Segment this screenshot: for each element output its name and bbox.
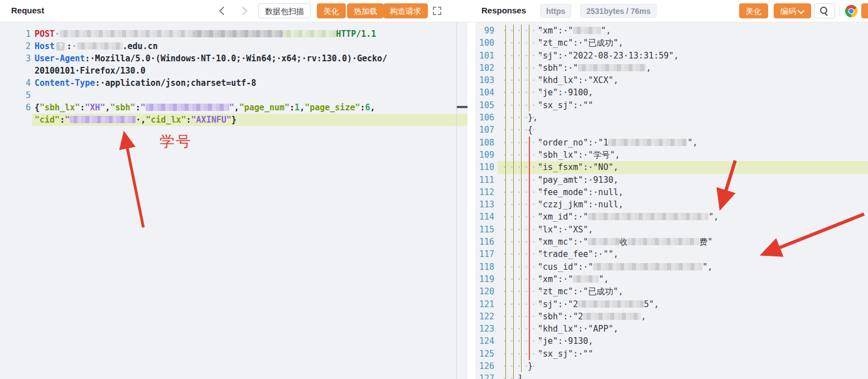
line-number: 110 — [475, 161, 494, 173]
code-line: 101·······"sj":·"2022-08-23·13:31:59", — [475, 50, 868, 62]
code-token: "page_num" — [239, 103, 290, 113]
indent-whitespace-dots: ······· — [502, 62, 538, 74]
code-token: .edu.cn — [123, 41, 158, 51]
indent-whitespace-dots: ······· — [502, 236, 538, 248]
chevron-down-icon — [798, 7, 805, 14]
protocol-tag: https — [540, 4, 571, 18]
request-editor[interactable]: 1POST·HTTP/1.12Host?:·.edu.cn3User-Agent… — [0, 22, 467, 379]
code-token: :·application/json;charset=utf-8 — [95, 78, 256, 88]
code-line: 109·······"sbh_lx":·"学号", — [475, 149, 868, 161]
response-beautify-button[interactable]: 美化 — [739, 3, 768, 18]
open-in-browser-chrome-icon[interactable] — [845, 4, 858, 18]
line-content: ·······"trade_fee":·"", — [502, 248, 619, 260]
line-number: 103 — [475, 74, 494, 86]
line-number: 125 — [475, 348, 494, 360]
code-line: "cid":"·,"cid_lx":"AXINFU"} — [0, 114, 467, 126]
redacted-blur — [573, 27, 601, 34]
line-content: ·······"xm_id":·"", — [502, 211, 718, 223]
indent-whitespace-dots: ······· — [502, 298, 538, 310]
code-line: 3User-Agent:·Mozilla/5.0·(Windows·NT·10.… — [0, 52, 467, 65]
line-content: ·······"xm":·"", — [502, 273, 609, 285]
redacted-blur — [583, 313, 641, 320]
line-number: 1 — [0, 28, 31, 40]
search-button[interactable] — [814, 3, 835, 18]
hot-reload-button[interactable]: 热加载 — [347, 3, 384, 18]
line-number: 121 — [475, 298, 494, 310]
line-number: 104 — [475, 86, 494, 99]
indent-whitespace-dots: ······· — [502, 248, 538, 260]
line-content: {"sbh_lx":"XH","sbh":"","page_num":1,"pa… — [35, 101, 375, 114]
detail-button[interactable]: 详 — [861, 3, 868, 18]
line-content: ·······"sx_sj":·"" — [502, 348, 593, 360]
indent-whitespace-dots: ······· — [502, 161, 538, 173]
code-token: " — [229, 103, 234, 113]
redacted-blur — [578, 300, 644, 308]
code-token: } — [528, 361, 533, 371]
request-overview-ruler[interactable] — [456, 22, 468, 379]
history-back-icon[interactable] — [219, 7, 228, 16]
code-token: : — [80, 103, 85, 113]
indent-whitespace-dots: ······· — [502, 348, 538, 360]
history-forward-icon[interactable] — [239, 7, 248, 16]
line-content: ·······"order_no":·"1", — [502, 137, 698, 149]
request-code-lines: 1POST·HTTP/1.12Host?:·.edu.cn3User-Agent… — [0, 22, 467, 126]
line-content: ·······"sx_sj":·"" — [502, 99, 593, 111]
code-token: "je":·9100, — [538, 88, 593, 98]
redacted-blur — [60, 30, 194, 37]
code-token: { — [35, 103, 40, 113]
indent-whitespace-dots: ······· — [502, 335, 538, 347]
line-content: User-Agent:·Mozilla/5.0·(Windows·NT·10.0… — [35, 52, 387, 65]
build-request-button[interactable]: 构造请求 — [383, 3, 428, 18]
request-beautify-button[interactable]: 美化 — [317, 3, 346, 18]
code-token: "sbh":·" — [538, 63, 578, 73]
indent-whitespace-dots: ······· — [502, 37, 538, 49]
code-line: 100·······"zt_mc":·"已成功", — [475, 37, 868, 49]
host-help-badge[interactable]: ? — [56, 42, 65, 51]
indent-whitespace-dots: ······· — [502, 273, 538, 285]
code-line: 118·······"cus_id":·"", — [475, 261, 868, 273]
code-token: "zt_mc":·"已成功", — [538, 38, 623, 48]
indent-whitespace-dots: ······· — [502, 285, 538, 298]
line-content: ·······"cus_id":·"", — [502, 261, 712, 273]
code-token: "fee_mode":·null, — [538, 187, 624, 197]
code-token: :·Mozilla/5.0·(Windows·NT·10.0;·Win64;·x… — [85, 54, 387, 64]
code-token: ] — [518, 373, 523, 379]
code-token: User-Agent — [35, 54, 85, 64]
code-token: "XH" — [85, 103, 105, 113]
code-token: 1 — [295, 103, 300, 113]
code-line: 117·······"trade_fee":·"", — [475, 248, 868, 260]
code-token: " — [141, 103, 146, 113]
fullscreen-icon[interactable] — [433, 7, 441, 15]
code-line: 20100101·Firefox/130.0 — [0, 65, 467, 77]
encode-dropdown-button[interactable]: 编码 — [774, 3, 811, 18]
packet-scan-button[interactable]: 数据包扫描 — [258, 3, 311, 18]
code-line: 99·······"xm":·"", — [475, 25, 868, 37]
code-line: 115·······"lx":·"XS", — [475, 223, 868, 236]
line-content: ·······"czzj_jkm":·null, — [502, 198, 624, 211]
redacted-blur — [628, 238, 699, 245]
code-token: , — [646, 63, 651, 73]
code-line: 126·····} — [475, 360, 868, 372]
code-token: · — [55, 29, 60, 39]
code-token: "trade_fee":·"", — [538, 249, 619, 259]
line-number: 4 — [0, 77, 31, 89]
line-content: ·····} — [502, 360, 533, 372]
response-editor[interactable]: 99·······"xm":·"",100·······"zt_mc":·"已成… — [475, 22, 868, 379]
indent-whitespace-dots: ······· — [502, 50, 538, 62]
line-number: 127 — [475, 372, 494, 379]
code-token: }, — [528, 113, 538, 123]
code-token: "order_no":·"1 — [538, 138, 608, 148]
line-content: ·······"pay_amt":·9130, — [502, 174, 619, 186]
line-content: ·······"xm":·"", — [502, 25, 611, 37]
indent-whitespace-dots: ······· — [502, 186, 538, 198]
indent-whitespace-dots: ······· — [502, 74, 538, 86]
code-line: 114·······"xm_id":·"", — [475, 211, 868, 223]
code-token: "sj":·"2 — [538, 299, 578, 309]
code-token: : — [66, 41, 71, 51]
line-content: Host?:·.edu.cn — [35, 40, 158, 52]
code-line: 123·······"khd_lx":·"APP", — [475, 323, 868, 335]
line-content: ·······"zt_mc":·"已成功", — [502, 285, 623, 298]
code-line: 113·······"czzj_jkm":·null, — [475, 198, 868, 211]
code-token: 20100101·Firefox/130.0 — [35, 66, 146, 76]
code-token: "zt_mc":·"已成功", — [538, 286, 623, 297]
